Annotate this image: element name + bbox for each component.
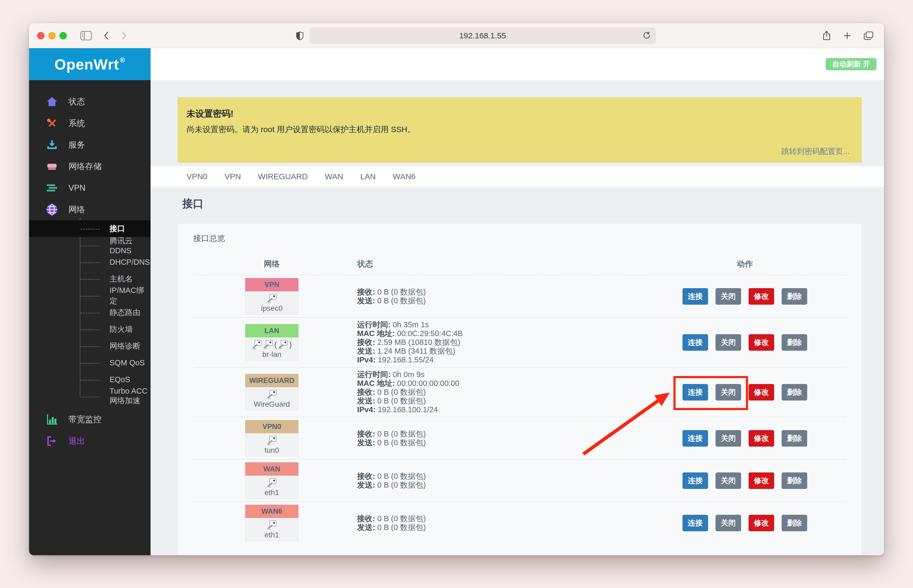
interface-badge-body: ()br-lan [245, 338, 298, 360]
stop-button[interactable]: 关闭 [716, 515, 741, 531]
edit-button[interactable]: 修改 [749, 288, 774, 305]
interface-port-icon [263, 339, 273, 350]
status-line: 发送: 1.24 MB (3411 数据包) [357, 347, 644, 355]
delete-button[interactable]: 删除 [782, 334, 807, 351]
stop-button[interactable]: 关闭 [716, 472, 741, 489]
actions-cell: 连接关闭修改删除 [644, 515, 846, 531]
interface-port-icon [267, 435, 277, 446]
connect-button[interactable]: 连接 [683, 430, 708, 447]
status-line: 接收: 0 B (0 数据包) [357, 514, 644, 523]
address-bar[interactable]: 192.168.1.55 [309, 27, 656, 44]
sidebar-item-label: VPN [68, 183, 86, 193]
delete-button[interactable]: 删除 [782, 472, 807, 489]
sidebar-subitem-ip-mac[interactable]: IP/MAC绑定 [29, 288, 151, 304]
share-icon[interactable] [823, 31, 830, 41]
interface-badge[interactable]: VPNipsec0 [245, 278, 298, 315]
edit-button[interactable]: 修改 [749, 515, 774, 531]
interface-icon-group [246, 294, 297, 304]
tab-vpn0[interactable]: VPN0 [186, 172, 207, 181]
sidebar-subitem-label: 腾讯云DDNS [110, 236, 151, 255]
interface-overview-card: 接口总览 网络 状态 动作 VPNipsec0接收: 0 B (0 数据包)发送… [178, 223, 862, 555]
table-header-row: 网络 状态 动作 [193, 253, 846, 275]
interface-badge[interactable]: WIREGUARDWireGuard [245, 374, 298, 410]
network-cell: WIREGUARDWireGuard [193, 374, 350, 410]
stop-button[interactable]: 关闭 [716, 288, 741, 305]
sidebar-subitem-tencent-ddns[interactable]: 腾讯云DDNS [29, 237, 151, 254]
status-line: 运行时间: 0h 0m 9s [357, 370, 644, 379]
sidebar-subitem-sqm-qos[interactable]: SQM QoS [29, 354, 151, 371]
address-zone: 192.168.1.55 [138, 27, 814, 44]
column-header-status: 状态 [350, 258, 644, 270]
back-icon[interactable] [103, 31, 110, 40]
column-header-network: 网络 [193, 258, 350, 270]
sidebar-item-system[interactable]: 系统 [29, 112, 151, 134]
sidebar-subitem-interfaces[interactable]: 接口 [29, 220, 151, 237]
network-cell: VPN0tun0 [193, 420, 350, 456]
sidebar-toggle-icon[interactable] [80, 31, 92, 40]
tab-wan6[interactable]: WAN6 [393, 172, 416, 181]
sidebar-item-bandwidth[interactable]: 带宽监控 [29, 409, 151, 430]
interface-badge[interactable]: WAN6eth1 [245, 505, 298, 541]
password-warning-banner: 未设置密码! 尚未设置密码。请为 root 用户设置密码以保护主机并启用 SSH… [178, 97, 862, 163]
sidebar-subitem-firewall[interactable]: 防火墙 [29, 321, 151, 338]
auto-refresh-toggle[interactable]: 自动刷新 开 [826, 58, 876, 70]
network-cell: WANeth1 [193, 462, 350, 499]
tab-overview-icon[interactable] [864, 31, 873, 41]
connect-button[interactable]: 连接 [683, 472, 708, 489]
stop-button[interactable]: 关闭 [716, 430, 741, 447]
reload-icon[interactable] [643, 31, 651, 42]
sidebar-item-vpn[interactable]: VPN [29, 177, 151, 199]
edit-button[interactable]: 修改 [749, 384, 774, 401]
zoom-window-button[interactable] [60, 32, 67, 39]
sidebar-subitem-diagnostics[interactable]: 网络诊断 [29, 338, 151, 354]
openwrt-logo: OpenWrt® [29, 48, 151, 80]
new-tab-icon[interactable] [843, 31, 851, 41]
interface-icon-group [246, 389, 297, 399]
sidebar-item-logout[interactable]: 退出 [29, 430, 151, 452]
interface-badge[interactable]: WANeth1 [245, 462, 298, 499]
stop-button[interactable]: 关闭 [716, 384, 741, 401]
page-header-band: 自动刷新 开 [151, 48, 884, 80]
delete-button[interactable]: 删除 [782, 515, 807, 531]
sidebar-subitem-turbo-acc[interactable]: Turbo ACC 网络加速 [29, 388, 151, 405]
edit-button[interactable]: 修改 [749, 334, 774, 351]
connect-button[interactable]: 连接 [683, 288, 708, 305]
sidebar-subitem-label: Turbo ACC 网络加速 [110, 387, 151, 406]
sidebar-subitem-eqos[interactable]: EQoS [29, 371, 151, 388]
interface-icon-group [246, 435, 297, 446]
delete-button[interactable]: 删除 [782, 384, 807, 401]
status-line: 接收: 0 B (0 数据包) [357, 430, 644, 438]
forward-icon[interactable] [121, 31, 127, 40]
highlighted-button-pair: 连接关闭 [683, 384, 741, 401]
actions-cell: 连接关闭修改删除 [644, 384, 846, 401]
sidebar-item-services[interactable]: 服务 [29, 134, 151, 155]
minimize-window-button[interactable] [48, 32, 56, 39]
sidebar-item-status[interactable]: 状态 [29, 91, 151, 112]
storage-icon [45, 160, 58, 173]
connect-button[interactable]: 连接 [683, 515, 708, 531]
close-window-button[interactable] [37, 32, 45, 39]
interface-name-tag: WAN [245, 462, 298, 476]
privacy-shield-icon[interactable] [296, 31, 304, 40]
interface-badge[interactable]: VPN0tun0 [245, 420, 298, 456]
sidebar-item-network[interactable]: 网络 [29, 199, 151, 220]
sidebar-subitem-static-routes[interactable]: 静态路由 [29, 304, 151, 321]
delete-button[interactable]: 删除 [782, 288, 807, 305]
connect-button[interactable]: 连接 [683, 334, 708, 351]
go-to-password-config-link[interactable]: 跳转到密码配置页... [186, 146, 850, 157]
tab-vpn[interactable]: VPN [224, 172, 241, 181]
tab-wireguard[interactable]: WIREGUARD [258, 172, 308, 181]
home-icon [45, 95, 58, 108]
brand-name: OpenWrt [54, 56, 119, 73]
edit-button[interactable]: 修改 [749, 430, 774, 447]
sidebar-item-storage[interactable]: 网络存储 [29, 155, 151, 177]
sidebar-subitem-dhcp-dns[interactable]: DHCP/DNS [29, 254, 151, 271]
interface-name-tag: WAN6 [245, 505, 298, 518]
tab-lan[interactable]: LAN [360, 172, 376, 181]
interface-badge[interactable]: LAN()br-lan [245, 324, 298, 360]
edit-button[interactable]: 修改 [749, 472, 774, 489]
connect-button[interactable]: 连接 [683, 384, 708, 401]
delete-button[interactable]: 删除 [782, 430, 807, 447]
stop-button[interactable]: 关闭 [716, 334, 741, 351]
tab-wan[interactable]: WAN [325, 172, 343, 181]
